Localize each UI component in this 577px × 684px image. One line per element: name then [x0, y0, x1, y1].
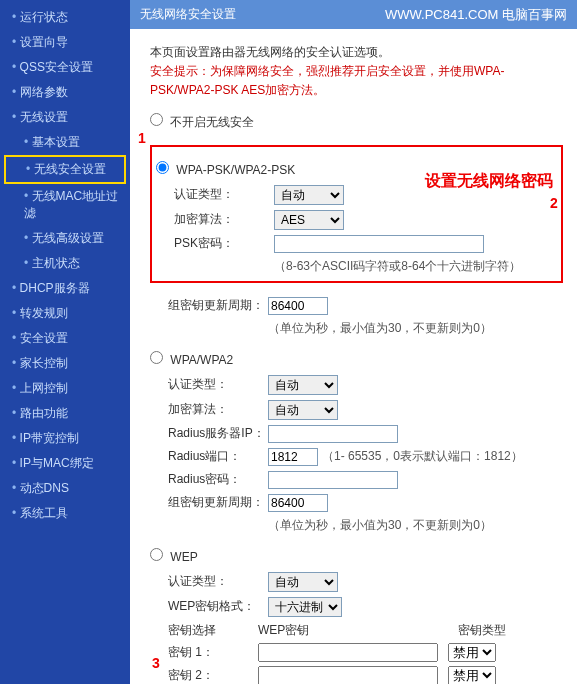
- tip-line1: 本页面设置路由器无线网络的安全认证选项。: [150, 43, 563, 62]
- annotation-1: 1: [138, 130, 146, 146]
- panel-header: 无线网络安全设置 WWW.PC841.COM 电脑百事网: [130, 0, 577, 29]
- rekey-input-2[interactable]: [268, 494, 328, 512]
- annotation-3: 3: [152, 655, 160, 671]
- wep-key-label: 密钥 2：: [168, 667, 258, 684]
- sidebar-item[interactable]: 路由功能: [0, 401, 130, 426]
- psk-label: PSK密码：: [174, 235, 274, 252]
- sidebar-item[interactable]: 设置向导: [0, 30, 130, 55]
- wpa-enc-select[interactable]: 自动: [268, 400, 338, 420]
- page-title: 无线网络安全设置: [140, 7, 236, 21]
- wep-fmt-select[interactable]: 十六进制: [268, 597, 342, 617]
- enc-algo-label: 加密算法：: [174, 211, 274, 228]
- sidebar-item[interactable]: 无线安全设置: [4, 155, 126, 184]
- tip-block: 本页面设置路由器无线网络的安全认证选项。 安全提示：为保障网络安全，强烈推荐开启…: [150, 43, 563, 101]
- annotation-2: 2: [550, 195, 558, 211]
- radius-port-label: Radius端口：: [168, 448, 268, 465]
- rekey-label-2: 组密钥更新周期：: [168, 494, 268, 511]
- wpa-enc-label: 加密算法：: [168, 401, 268, 418]
- radio-wpa[interactable]: WPA/WPA2: [150, 353, 233, 367]
- sidebar-item[interactable]: 基本设置: [0, 130, 130, 155]
- annotation-text: 设置无线网络密码: [425, 171, 553, 192]
- radio-wpa-psk[interactable]: WPA-PSK/WPA2-PSK: [156, 163, 295, 177]
- radius-port-input[interactable]: [268, 448, 318, 466]
- wep-key-row: 密钥 1：禁用: [168, 643, 563, 662]
- wep-fmt-label: WEP密钥格式：: [168, 598, 268, 615]
- wpa-auth-label: 认证类型：: [168, 376, 268, 393]
- radio-disable-security[interactable]: 不开启无线安全: [150, 115, 254, 129]
- sidebar-item[interactable]: 系统工具: [0, 501, 130, 526]
- tip-warn-b: PSK/WPA2-PSK AES加密方法。: [150, 83, 325, 97]
- radius-pw-label: Radius密码：: [168, 471, 268, 488]
- sidebar-item[interactable]: 主机状态: [0, 251, 130, 276]
- rekey-input[interactable]: [268, 297, 328, 315]
- wep-key-type-select-1[interactable]: 禁用: [448, 643, 496, 662]
- tip-warn-a: 安全提示：为保障网络安全，强烈推荐开启安全设置，并使用WPA-: [150, 64, 504, 78]
- rekey-hint: （单位为秒，最小值为30，不更新则为0）: [268, 320, 563, 337]
- wep-key-input-1[interactable]: [258, 643, 438, 662]
- radius-ip-input[interactable]: [268, 425, 398, 443]
- wep-auth-select[interactable]: 自动: [268, 572, 338, 592]
- sidebar-item[interactable]: 转发规则: [0, 301, 130, 326]
- wpa-psk-section: 设置无线网络密码 WPA-PSK/WPA2-PSK 认证类型： 自动 加密算法：…: [150, 145, 563, 283]
- wpapsk-enc-select[interactable]: AES: [274, 210, 344, 230]
- sidebar-item[interactable]: QSS安全设置: [0, 55, 130, 80]
- sidebar-item[interactable]: 无线MAC地址过滤: [0, 184, 130, 226]
- sidebar-item[interactable]: 无线设置: [0, 105, 130, 130]
- sidebar-item[interactable]: IP带宽控制: [0, 426, 130, 451]
- wep-auth-label: 认证类型：: [168, 573, 268, 590]
- sidebar-item[interactable]: 动态DNS: [0, 476, 130, 501]
- sidebar-item[interactable]: 网络参数: [0, 80, 130, 105]
- sidebar-item[interactable]: 上网控制: [0, 376, 130, 401]
- radio-wep[interactable]: WEP: [150, 550, 198, 564]
- header-url: WWW.PC841.COM 电脑百事网: [385, 6, 567, 24]
- rekey-label: 组密钥更新周期：: [168, 297, 268, 314]
- wep-key-input-2[interactable]: [258, 666, 438, 684]
- sidebar-item[interactable]: 运行状态: [0, 5, 130, 30]
- sidebar: 运行状态设置向导QSS安全设置网络参数无线设置基本设置无线安全设置无线MAC地址…: [0, 0, 130, 684]
- wep-key-row: 密钥 2：禁用: [168, 666, 563, 684]
- radius-pw-input[interactable]: [268, 471, 398, 489]
- wep-table-head: 密钥选择 WEP密钥 密钥类型: [168, 622, 563, 639]
- radius-port-hint: （1- 65535，0表示默认端口：1812）: [322, 448, 523, 465]
- psk-hint: （8-63个ASCII码字符或8-64个十六进制字符）: [274, 258, 557, 275]
- rekey-hint-2: （单位为秒，最小值为30，不更新则为0）: [268, 517, 563, 534]
- wep-key-label: 密钥 1：: [168, 644, 258, 661]
- auth-type-label: 认证类型：: [174, 186, 274, 203]
- sidebar-item[interactable]: DHCP服务器: [0, 276, 130, 301]
- wep-key-type-select-2[interactable]: 禁用: [448, 666, 496, 684]
- sidebar-item[interactable]: 家长控制: [0, 351, 130, 376]
- radius-ip-label: Radius服务器IP：: [168, 425, 268, 442]
- main-panel: 无线网络安全设置 WWW.PC841.COM 电脑百事网 本页面设置路由器无线网…: [130, 0, 577, 684]
- wpapsk-auth-select[interactable]: 自动: [274, 185, 344, 205]
- sidebar-item[interactable]: IP与MAC绑定: [0, 451, 130, 476]
- sidebar-item[interactable]: 安全设置: [0, 326, 130, 351]
- wpa-auth-select[interactable]: 自动: [268, 375, 338, 395]
- sidebar-item[interactable]: 无线高级设置: [0, 226, 130, 251]
- psk-password-input[interactable]: [274, 235, 484, 253]
